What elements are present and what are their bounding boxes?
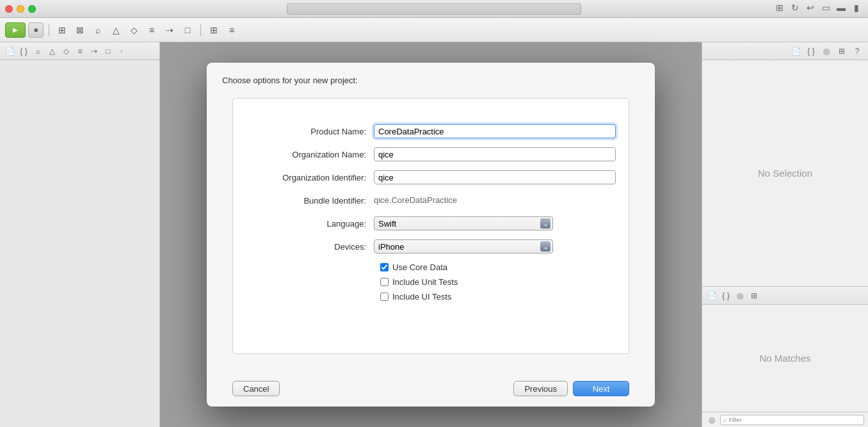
product-name-input[interactable]	[374, 124, 616, 138]
minimize-button[interactable]	[17, 5, 24, 13]
include-ui-tests-checkbox[interactable]	[380, 293, 389, 301]
cancel-button[interactable]: Cancel	[232, 381, 280, 396]
language-field: Swift Objective-C	[374, 216, 616, 230]
bottom-code-icon[interactable]: { }	[720, 290, 732, 302]
close-button[interactable]	[5, 5, 13, 13]
bottom-grid-icon[interactable]: ⊞	[748, 290, 760, 302]
sidebar-hierarchy-icon[interactable]: ≡	[74, 45, 86, 57]
org-identifier-label: Organization Identifier:	[246, 173, 374, 182]
toolbar-separator-2	[200, 24, 201, 36]
org-name-label: Organization Name:	[246, 150, 374, 159]
titlebar-icon-1[interactable]: ⊞	[775, 3, 785, 13]
right-file-icon[interactable]: 📄	[790, 45, 801, 57]
right-grid-icon[interactable]: ⊞	[836, 45, 848, 57]
include-unit-tests-label[interactable]: Include Unit Tests	[392, 277, 458, 287]
titlebar-center	[287, 3, 581, 15]
filter-options-icon[interactable]: ◎	[706, 414, 718, 426]
titlebar-icon-3[interactable]: ↩	[805, 3, 816, 13]
right-code-icon[interactable]: { }	[805, 45, 817, 57]
right-circle-icon[interactable]: ◎	[821, 45, 832, 57]
product-name-field	[374, 124, 616, 138]
nav-buttons: Previous Next	[513, 381, 629, 396]
devices-row: Devices: iPhone iPad Universal	[246, 239, 616, 254]
dialog-body: Product Name: Organization Name:	[207, 92, 655, 373]
include-ui-tests-row: Include UI Tests	[246, 292, 616, 302]
left-sidebar: 📄 { } ⌕ △ ◇ ≡ ⇢ □ ‹	[0, 42, 160, 427]
filter-placeholder: Filter	[729, 417, 742, 423]
sidebar-report-icon[interactable]: □	[102, 45, 114, 57]
include-unit-tests-checkbox[interactable]	[380, 278, 389, 286]
warning-icon[interactable]: △	[108, 22, 124, 38]
next-button[interactable]: Next	[573, 381, 629, 396]
bottom-circle-icon[interactable]: ◎	[734, 290, 746, 302]
dialog-header: Choose options for your new project:	[207, 63, 655, 92]
right-panel-bottom-content: No Matches	[702, 305, 868, 412]
org-name-input[interactable]	[374, 147, 616, 161]
break-icon[interactable]: ⇢	[162, 22, 177, 38]
bundle-identifier-row: Bundle Identifier: qice.CoreDataPractice	[246, 193, 616, 207]
org-identifier-row: Organization Identifier:	[246, 170, 616, 184]
no-selection-label: No Selection	[758, 168, 812, 179]
report-icon[interactable]: □	[180, 22, 195, 38]
bundle-identifier-value: qice.CoreDataPractice	[374, 193, 616, 207]
include-unit-tests-row: Include Unit Tests	[246, 277, 616, 287]
maximize-button[interactable]	[28, 5, 36, 13]
language-label: Language:	[246, 219, 374, 229]
sidebar-file-icon[interactable]: 📄	[4, 45, 15, 57]
sidebar-bookmark-icon[interactable]: ◇	[60, 45, 72, 57]
language-select-wrapper: Swift Objective-C	[374, 216, 553, 230]
filter-input-wrapper[interactable]: ⌕ Filter	[720, 415, 864, 425]
dialog-title: Choose options for your new project:	[222, 76, 358, 85]
sidebar-symbol-icon[interactable]: { }	[18, 45, 29, 57]
bundle-identifier-label: Bundle Identifier:	[246, 196, 374, 205]
filter-icon: ⌕	[723, 417, 727, 423]
project-navigator-icon[interactable]: ⊞	[54, 22, 70, 38]
hierarchy-icon[interactable]: ≡	[144, 22, 159, 38]
language-select[interactable]: Swift Objective-C	[374, 216, 553, 230]
sidebar-warning-icon[interactable]: △	[46, 45, 58, 57]
devices-select[interactable]: iPhone iPad Universal	[374, 239, 553, 254]
right-help-icon[interactable]: ?	[851, 45, 863, 57]
right-panel-toolbar: 📄 { } ◎ ⊞ ?	[702, 42, 868, 60]
search-icon[interactable]: ⌕	[90, 22, 106, 38]
language-row: Language: Swift Objective-C	[246, 216, 616, 230]
use-core-data-row: Use Core Data	[246, 262, 616, 272]
org-identifier-input[interactable]	[374, 170, 616, 184]
sidebar-toolbar: 📄 { } ⌕ △ ◇ ≡ ⇢ □ ‹	[0, 42, 159, 60]
right-panel: 📄 { } ◎ ⊞ ? No Selection 📄 { } ◎ ⊞ No Ma…	[702, 42, 868, 427]
titlebar-icon-6[interactable]: ▮	[851, 3, 862, 13]
right-panel-bottom: 📄 { } ◎ ⊞ No Matches ◎ ⌕ Filter	[702, 286, 868, 427]
right-panel-bottom-toolbar: 📄 { } ◎ ⊞	[702, 287, 868, 305]
stop-button[interactable]: ■	[28, 22, 44, 38]
titlebar-icon-5[interactable]: ▬	[836, 3, 846, 13]
devices-label: Devices:	[246, 242, 374, 252]
bookmark-icon[interactable]: ◇	[126, 22, 141, 38]
sidebar-break-icon[interactable]: ⇢	[88, 45, 100, 57]
symbol-icon[interactable]: ⊠	[72, 22, 88, 38]
traffic-lights	[5, 5, 36, 13]
use-core-data-label[interactable]: Use Core Data	[392, 262, 447, 272]
modal-overlay: Choose options for your new project: Pro…	[160, 42, 702, 427]
list-view-icon[interactable]: ≡	[224, 22, 239, 38]
run-button[interactable]: ▶	[5, 22, 26, 38]
include-ui-tests-label[interactable]: Include UI Tests	[392, 292, 451, 302]
use-core-data-checkbox[interactable]	[380, 263, 389, 271]
titlebar-icon-2[interactable]: ↻	[790, 3, 800, 13]
bottom-file-icon[interactable]: 📄	[706, 290, 718, 302]
new-project-dialog: Choose options for your new project: Pro…	[207, 63, 655, 407]
product-name-row: Product Name:	[246, 124, 616, 138]
previous-button[interactable]: Previous	[513, 381, 568, 396]
dialog-footer: Cancel Previous Next	[207, 373, 655, 407]
titlebar-search	[287, 3, 581, 15]
titlebar-icon-4[interactable]: ▭	[821, 3, 831, 13]
center-content: Choose options for your new project: Pro…	[160, 42, 702, 427]
sidebar-collapse-icon[interactable]: ‹	[117, 46, 127, 56]
org-identifier-field	[374, 170, 616, 184]
grid-view-icon[interactable]: ⊞	[206, 22, 221, 38]
bundle-identifier-field: qice.CoreDataPractice	[374, 193, 616, 207]
product-name-label: Product Name:	[246, 127, 374, 136]
sidebar-search-icon[interactable]: ⌕	[32, 45, 44, 57]
dialog-content-area: Product Name: Organization Name:	[232, 98, 629, 354]
no-matches-label: No Matches	[759, 353, 810, 364]
devices-select-wrapper: iPhone iPad Universal	[374, 239, 553, 254]
